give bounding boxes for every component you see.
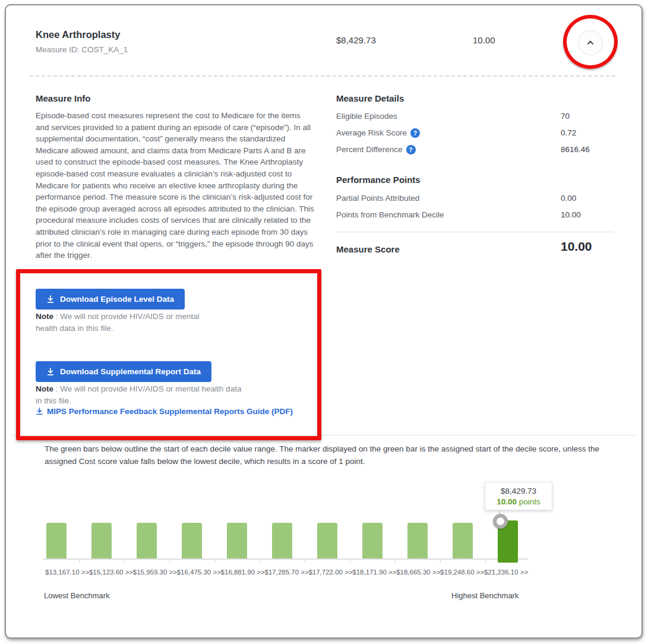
performance-points-heading: Performance Points	[336, 175, 421, 185]
chart-section-divider	[12, 435, 636, 435]
axis-tick	[260, 559, 260, 563]
axis-tick	[169, 559, 170, 563]
download-icon	[46, 295, 55, 304]
decile-start-label: $16,881.90 >>	[221, 569, 265, 576]
axis-tick	[485, 559, 486, 563]
measure-info-heading: Measure Info	[36, 93, 91, 103]
download-supplemental-label: Download Supplemental Report Data	[60, 367, 201, 376]
tooltip-cost: $8,429.73	[488, 487, 549, 495]
decile-bar[interactable]	[453, 523, 473, 558]
axis-tick	[350, 559, 350, 563]
decile-bar[interactable]	[362, 523, 383, 558]
detail-value: 0.00	[561, 194, 576, 203]
decile-chart	[43, 517, 527, 565]
note-label: Note	[36, 312, 53, 321]
decile-start-label: $18,665.30 >>	[396, 569, 440, 576]
decile-bar[interactable]	[272, 523, 292, 558]
measure-detail-page: Knee Arthroplasty Measure ID: COST_KA_1 …	[0, 0, 648, 644]
header-divider	[30, 75, 615, 77]
decile-start-label: $19,248.60 >>	[440, 569, 484, 576]
measure-info-body: Episode-based cost measures represent th…	[36, 110, 315, 261]
highest-benchmark-label: Highest Benchmark	[451, 591, 519, 600]
chart-tooltip: $8,429.73 10.00 points	[485, 482, 552, 510]
decile-start-label: $15,123.60 >>	[89, 569, 133, 576]
detail-row-eligible-episodes: Eligible Episodes 70	[336, 112, 624, 121]
supplemental-download-note: Note : We will not provide HIV/AIDS or m…	[36, 383, 244, 407]
detail-label: Percent Difference	[336, 145, 403, 154]
decile-start-label: $17,285.70 >>	[265, 569, 309, 576]
measure-id: Measure ID: COST_KA_1	[36, 45, 128, 54]
decile-bar[interactable]	[317, 523, 337, 558]
detail-label: Average Risk Score	[336, 128, 407, 138]
axis-tick	[305, 559, 305, 563]
measure-title: Knee Arthroplasty	[36, 29, 120, 40]
header-cost-value: $8,429.73	[336, 35, 376, 45]
tooltip-points: 10.00 points	[488, 497, 549, 506]
tooltip-points-suffix: points	[517, 497, 540, 506]
note-label: Note	[36, 384, 53, 393]
measure-details-heading: Measure Details	[336, 93, 404, 103]
detail-row-percent-difference: Percent Difference ? 8616.46	[336, 145, 624, 154]
help-icon[interactable]: ?	[410, 128, 420, 138]
decile-start-label: $21,236.10 >>	[484, 569, 528, 576]
decile-bar[interactable]	[46, 523, 67, 558]
detail-value: 0.72	[561, 128, 576, 137]
decile-start-label: $15,959.30 >>	[133, 569, 177, 576]
axis-tick	[124, 559, 125, 563]
header-score-value: 10.00	[473, 35, 495, 45]
axis-tick	[79, 559, 80, 563]
measure-score-label: Measure Score	[336, 244, 400, 254]
chart-baseline	[43, 558, 527, 560]
note-text: : We will not provide HIV/AIDS or mental…	[36, 384, 241, 405]
detail-row-benchmark-decile-points: Points from Benchmark Decile 10.00	[336, 210, 624, 219]
decile-start-label: $16,475.30 >>	[177, 569, 221, 576]
detail-label: Points from Benchmark Decile	[336, 210, 444, 219]
detail-label: Eligible Episodes	[336, 112, 397, 121]
score-marker[interactable]	[493, 514, 508, 529]
decile-bar[interactable]	[91, 523, 112, 558]
episode-download-note: Note : We will not provide HIV/AIDS or m…	[36, 311, 217, 334]
tooltip-points-value: 10.00	[497, 497, 517, 506]
collapse-button[interactable]	[578, 30, 603, 55]
measure-score-divider	[336, 232, 613, 232]
decile-bar[interactable]	[137, 523, 157, 558]
decile-axis-labels: $13,167.10 >>$15,123.60 >>$15,959.30 >>$…	[6, 569, 648, 578]
decile-start-label: $18,171.90 >>	[352, 569, 396, 576]
download-icon	[46, 368, 55, 376]
download-episode-level-data-button[interactable]: Download Episode Level Data	[36, 289, 185, 310]
decile-start-label: $13,167.10 >>	[45, 569, 89, 576]
chevron-up-icon	[586, 38, 595, 48]
measure-score-value: 10.00	[561, 239, 592, 254]
detail-value: 70	[561, 112, 570, 121]
decile-start-label: $17,722.00 >>	[308, 569, 352, 576]
axis-tick	[214, 559, 215, 563]
axis-tick	[440, 559, 441, 563]
detail-value: 8616.46	[561, 145, 590, 154]
supplemental-reports-guide-link[interactable]: MIPS Performance Feedback Supplemental R…	[36, 407, 293, 416]
download-episode-label: Download Episode Level Data	[60, 295, 174, 304]
decile-bar[interactable]	[227, 523, 247, 558]
note-text: : We will not provide HIV/AIDS or mental…	[36, 312, 200, 333]
download-icon	[36, 408, 43, 415]
decile-bar[interactable]	[407, 523, 428, 558]
axis-tick	[395, 559, 396, 563]
download-supplemental-report-button[interactable]: Download Supplemental Report Data	[36, 361, 211, 382]
help-icon[interactable]: ?	[406, 145, 416, 154]
detail-row-partial-points: Partial Points Attributed 0.00	[336, 194, 624, 203]
detail-label: Partial Points Attributed	[336, 194, 419, 203]
decile-bar[interactable]	[182, 523, 202, 558]
chart-description: The green bars below outline the start o…	[45, 443, 627, 468]
detail-row-average-risk-score: Average Risk Score ? 0.72	[336, 128, 624, 138]
lowest-benchmark-label: Lowest Benchmark	[44, 591, 110, 600]
measure-card: Knee Arthroplasty Measure ID: COST_KA_1 …	[5, 4, 643, 639]
guide-link-label: MIPS Performance Feedback Supplemental R…	[47, 407, 293, 416]
detail-value: 10.00	[561, 210, 581, 219]
